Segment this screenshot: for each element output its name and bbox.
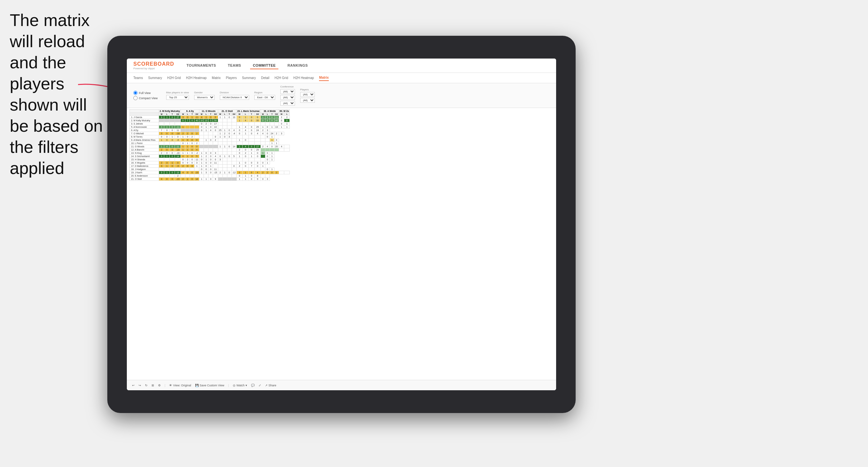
expand-button[interactable]: ⤢ xyxy=(258,384,261,387)
subnav-summary[interactable]: Summary xyxy=(148,75,162,81)
col-header-stoll: 21. O Stoll xyxy=(218,110,237,113)
annotation-text: The matrix will reload and the players s… xyxy=(10,10,107,179)
table-row: 14. S Srichantamit 3 1 0 14 0 1 0 5 1 2 … xyxy=(130,155,290,158)
subnav-h2h-grid[interactable]: H2H Grid xyxy=(167,75,181,81)
subnav-matrix[interactable]: Matrix xyxy=(212,75,220,81)
nav-committee[interactable]: COMMITTEE xyxy=(250,62,278,69)
refresh-button[interactable]: ↻ xyxy=(145,384,148,387)
save-icon: 💾 xyxy=(195,384,199,387)
subnav-players[interactable]: Players xyxy=(226,75,237,81)
player-name: 3. S Jelinek xyxy=(130,122,159,126)
table-row: 19. J Karrh 3 1 0 13 4 0 0 -20 1 3 0 -15… xyxy=(130,171,290,174)
zoom-button[interactable]: ⊞ xyxy=(152,384,154,387)
table-row: 18. J Hodgson 0 0 0 11 xyxy=(130,168,290,171)
wlt-t6: T xyxy=(270,113,274,116)
compact-view-option[interactable]: Compact View xyxy=(133,96,158,100)
players-label: Players xyxy=(300,88,315,91)
subnav-detail[interactable]: Detail xyxy=(261,75,270,81)
wlt-w5: W xyxy=(237,113,243,116)
settings-button[interactable]: ⚙ xyxy=(158,384,161,387)
subnav-h2h-grid2[interactable]: H2H Grid xyxy=(275,75,288,81)
filter-division: Division NCAA Division II xyxy=(220,91,249,100)
save-custom-button[interactable]: 💾 Save Custom View xyxy=(195,384,224,387)
subnav-teams[interactable]: Teams xyxy=(133,75,143,81)
division-label: Division xyxy=(220,91,249,94)
wlt-w4: W xyxy=(218,113,222,116)
table-row: 13. N Klug 2 0 0 -18 1 1 0 -2 1 0 0 3 xyxy=(130,152,290,155)
wlt-t5: T xyxy=(248,113,255,116)
filter-players: Players (All) (All) xyxy=(300,88,315,103)
view-original-button[interactable]: 👁 View: Original xyxy=(169,384,191,387)
conference-select3[interactable]: (All) xyxy=(280,101,295,106)
gender-label: Gender xyxy=(194,91,215,94)
tablet-screen: SCOREBOARD Powered by clippd TOURNAMENTS… xyxy=(127,59,556,390)
wlt-w6: W xyxy=(260,113,265,116)
max-players-label: Max players in view xyxy=(166,91,189,94)
table-row: 7. O Mitchell 3 0 0 -18 2 2 0 2 1 xyxy=(130,132,290,135)
wlt-l3: L xyxy=(204,113,209,116)
max-players-select[interactable]: Top 25 xyxy=(166,95,189,100)
full-view-option[interactable]: Full View xyxy=(133,91,158,95)
nav-teams[interactable]: TEAMS xyxy=(225,62,244,69)
player-name: 19. J Karrh xyxy=(130,171,159,174)
table-row: 12. A Bianchi 2 0 0 -18 1 1 0 4 xyxy=(130,148,290,152)
players-select2[interactable]: (All) xyxy=(300,98,315,103)
filter-gender: Gender Women's xyxy=(194,91,215,100)
division-select[interactable]: NCAA Division II xyxy=(220,95,249,100)
nav-items: TOURNAMENTS TEAMS COMMITTEE RANKINGS xyxy=(184,62,311,69)
wlt-header-empty xyxy=(130,113,159,116)
subnav-matrix2[interactable]: Matrix xyxy=(319,75,329,81)
save-custom-label: Save Custom View xyxy=(200,384,224,387)
wlt-l6: L xyxy=(265,113,270,116)
player-name: 12. A Bianchi xyxy=(130,148,159,152)
bottom-toolbar: ↩ ↪ ↻ ⊞ ⚙ | 👁 View: Original 💾 Save Cust… xyxy=(127,380,556,390)
wlt-dif1: Dif xyxy=(175,113,181,116)
table-row: 11. G Woods 1 4 0 11 1 1 0 0 1 xyxy=(130,145,290,148)
subnav-h2h-heatmap[interactable]: H2H Heatmap xyxy=(186,75,207,81)
wlt-l4: L xyxy=(222,113,227,116)
player-name: 17. D Ballesteros xyxy=(130,164,159,168)
players-select1[interactable]: (All) xyxy=(300,92,315,97)
subnav-h2h-heatmap2[interactable]: H2H Heatmap xyxy=(293,75,314,81)
wlt-dif5: Dif xyxy=(255,113,261,116)
conference-select2[interactable]: (All) xyxy=(280,95,295,100)
compact-view-label: Compact View xyxy=(139,97,158,100)
table-row: 2. M Kelly Mulcahy 0 7 0 40 10 10 0 50 xyxy=(130,119,290,122)
table-row: 1. J Garcia 3 1 0 27 3 0 1 -11 4 1 0 0 1 xyxy=(130,116,290,119)
wlt-w2: W xyxy=(181,113,185,116)
tablet-device: SCOREBOARD Powered by clippd TOURNAMENTS… xyxy=(107,36,576,413)
table-row: 16. X Mcgaha 2 3 1 0 0 0 0 3 1 0 0 11 xyxy=(130,161,290,164)
player-name: 11. G Woods xyxy=(130,145,159,148)
watch-label: Watch ▾ xyxy=(237,384,247,387)
undo-button[interactable]: ↩ xyxy=(132,384,135,387)
wlt-t4: T xyxy=(227,113,231,116)
view-options: Full View Compact View xyxy=(133,91,158,100)
subnav-summary2[interactable]: Summary xyxy=(242,75,256,81)
player-name: 16. X Mcgaha xyxy=(130,161,159,164)
player-name: 8. M Torres xyxy=(130,135,159,138)
share-button[interactable]: ↗ Share xyxy=(265,384,276,387)
player-name: 9. A Maria Jimenez Rios xyxy=(130,138,159,142)
comment-button[interactable]: 💬 xyxy=(251,384,255,387)
wlt-w3: W xyxy=(199,113,204,116)
sub-nav: Teams Summary H2H Grid H2H Heatmap Matri… xyxy=(127,73,556,83)
logo-title: SCOREBOARD xyxy=(133,61,174,67)
watch-button[interactable]: ◎ Watch ▾ xyxy=(233,384,247,387)
compact-view-radio[interactable] xyxy=(133,96,137,100)
col-header-schumac: 23. L Marie Schumac xyxy=(237,110,260,113)
region-select[interactable]: East - DII xyxy=(254,95,275,100)
full-view-radio[interactable] xyxy=(133,91,137,95)
matrix-container[interactable]: 2. M Kelly Mulcahy 6. A Dy 11. G Woods 2… xyxy=(127,108,556,390)
gender-select[interactable]: Women's xyxy=(194,95,215,100)
conference-select1[interactable]: (All) xyxy=(280,89,295,94)
nav-rankings[interactable]: RANKINGS xyxy=(285,62,311,69)
logo-subtitle: Powered by clippd xyxy=(133,67,174,70)
table-row: 6. A Dy 7 0 0 11 0 1 4 0 25 xyxy=(130,129,290,132)
col-header-player xyxy=(130,110,159,113)
table-row: 9. A Maria Jimenez Rios 1 0 0 -9 1 0 0 0… xyxy=(130,138,290,142)
eye-icon: 👁 xyxy=(169,384,172,387)
wlt-dif2: Dif xyxy=(194,113,199,116)
redo-button[interactable]: ↪ xyxy=(138,384,141,387)
nav-tournaments[interactable]: TOURNAMENTS xyxy=(184,62,219,69)
table-row: 21. O Stoll 4 0 0 -19 2 1 0 14 1 1 0 9 xyxy=(130,178,290,181)
